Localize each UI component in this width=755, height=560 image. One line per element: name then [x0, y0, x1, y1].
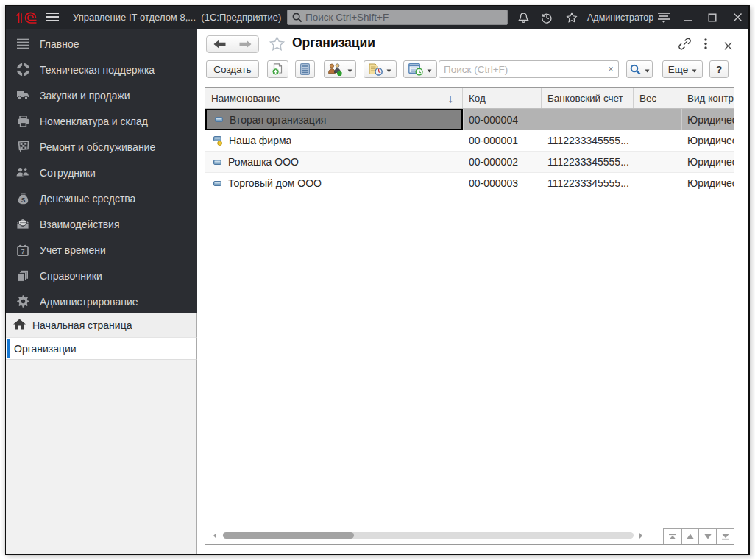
sidebar-item-label: Главное: [40, 38, 79, 50]
sidebar-item-uchet-vremeni[interactable]: 7 Учет времени: [6, 237, 197, 263]
sidebar-item-remont[interactable]: Ремонт и обслуживание: [6, 134, 197, 160]
maximize-button[interactable]: [706, 6, 718, 29]
account-cell: 1112233345555...: [542, 152, 634, 172]
sidebar-item-label: Взаимодействия: [40, 219, 120, 230]
forward-button[interactable]: [233, 36, 258, 52]
sidebar-tab-organizacii[interactable]: Организации: [6, 337, 197, 359]
column-header-code[interactable]: Код: [463, 88, 542, 108]
notifications-bell-icon[interactable]: [517, 6, 530, 29]
user-name[interactable]: Администратор: [587, 13, 653, 23]
list-search: ×: [439, 60, 619, 78]
kind-cell: Юридическое лицо: [681, 130, 734, 151]
history-nav-group: [206, 35, 259, 53]
column-header-account[interactable]: Банковский счет: [542, 88, 634, 108]
create-button[interactable]: Создать: [206, 60, 259, 78]
list-settings-button[interactable]: [403, 60, 437, 78]
scroll-right-arrow[interactable]: [639, 533, 642, 539]
table-row[interactable]: Торговый дом ООО 00-000003 1112233345555…: [205, 173, 734, 194]
more-button-label: Еще: [668, 64, 688, 75]
clear-search-button[interactable]: ×: [603, 60, 619, 78]
sidebar-item-sotrudniki[interactable]: Сотрудники: [6, 160, 197, 185]
help-button[interactable]: ?: [709, 60, 729, 78]
row-navigation-buttons: [663, 528, 734, 544]
document-history-button[interactable]: [364, 60, 397, 78]
hamburger-menu-icon[interactable]: [46, 13, 59, 22]
column-header-kind[interactable]: Вид контрагента: [681, 88, 734, 108]
scroll-left-arrow[interactable]: [213, 533, 216, 539]
list-view-button[interactable]: [295, 60, 315, 78]
printer-icon: [16, 115, 29, 128]
sidebar-item-glavnoe[interactable]: Главное: [6, 31, 197, 57]
get-link-icon[interactable]: [678, 38, 691, 53]
history-icon[interactable]: [540, 6, 553, 29]
sidebar-item-nomenklatura[interactable]: Номенклатура и склад: [6, 108, 197, 134]
app-title-suffix: (1С:Предприятие): [201, 12, 281, 23]
table-header-row: Наименование ↓ Код Банковский счет Вес В…: [205, 88, 734, 109]
more-button[interactable]: Еще: [662, 60, 703, 78]
sidebar-item-tehpodderzhka[interactable]: Техническая поддержка: [6, 57, 197, 82]
back-button[interactable]: [207, 36, 233, 52]
table-row-selected[interactable]: Вторая организация 00-000004 Юридическое…: [205, 109, 734, 130]
account-cell: [542, 109, 634, 130]
svg-text:7: 7: [21, 247, 25, 255]
add-favorite-star-icon[interactable]: [269, 35, 286, 55]
column-header-name[interactable]: Наименование ↓: [205, 88, 463, 108]
weight-cell: [634, 152, 681, 172]
scrollbar-track[interactable]: [223, 532, 634, 539]
active-tab-label: Организации: [14, 343, 77, 355]
weight-cell: [634, 109, 681, 130]
global-search-input[interactable]: [305, 12, 507, 23]
sidebar-item-spravochniki[interactable]: Справочники: [6, 263, 197, 288]
name-cell: Наша фирма: [205, 130, 463, 151]
calendar-icon: 7: [16, 244, 29, 257]
weight-cell: [634, 130, 681, 151]
checkered-flag-icon: [16, 141, 29, 154]
dropdown-caret-icon: [386, 64, 391, 75]
sidebar-item-label: Справочники: [40, 270, 102, 282]
main-menu-icon[interactable]: [656, 6, 671, 29]
sidebar-item-zakupki[interactable]: Закупки и продажи: [6, 82, 197, 108]
dropdown-caret-icon: [347, 64, 352, 75]
table-row[interactable]: Ромашка ООО 00-000002 1112233345555... Ю…: [205, 152, 734, 173]
go-previous-row-button[interactable]: [681, 529, 699, 544]
name-cell: Торговый дом ООО: [205, 173, 463, 194]
sidebar-sections: Главное Техническая поддержка: [6, 29, 197, 313]
organization-icon: [213, 181, 221, 186]
employees-icon: [16, 166, 29, 180]
table-row[interactable]: Наша фирма 00-000001 1112233345555... Юр…: [205, 130, 734, 152]
kebab-menu-icon[interactable]: [704, 38, 707, 52]
list-search-input[interactable]: [439, 60, 603, 78]
column-header-weight[interactable]: Вес: [634, 88, 681, 108]
sidebar-item-label: Номенклатура и склад: [40, 116, 148, 127]
go-last-row-button[interactable]: [716, 529, 734, 544]
gear-icon: [16, 295, 29, 308]
go-first-row-button[interactable]: [664, 529, 681, 544]
advanced-search-button[interactable]: [626, 60, 653, 78]
sidebar-home-page[interactable]: Начальная страница: [6, 313, 197, 337]
code-cell: 00-000004: [463, 109, 542, 130]
scrollbar-thumb[interactable]: [223, 532, 354, 539]
create-group-button[interactable]: [267, 60, 288, 78]
sidebar-item-vzaimodeystviya[interactable]: Взаимодействия: [6, 211, 197, 237]
dropdown-caret-icon: [692, 64, 697, 75]
main-organization-icon: [213, 136, 222, 146]
org-name: Вторая организация: [230, 114, 326, 126]
1c-logo: [15, 12, 38, 24]
sidebar-item-label: Администрирование: [40, 296, 138, 308]
sidebar-item-dengi[interactable]: S Денежные средства: [6, 185, 197, 211]
money-bag-icon: S: [16, 192, 29, 205]
global-search: [287, 10, 508, 25]
create-user-button[interactable]: [324, 60, 356, 78]
close-tab-icon[interactable]: [724, 40, 732, 53]
go-next-row-button[interactable]: [698, 529, 716, 544]
sort-descending-icon: ↓: [448, 92, 454, 104]
minimize-button[interactable]: [682, 6, 694, 29]
account-cell: 1112233345555...: [542, 130, 634, 151]
active-tab-accent: [7, 339, 10, 358]
sidebar-item-administrirovanie[interactable]: Администрирование: [6, 288, 197, 314]
code-cell: 00-000001: [463, 130, 542, 151]
close-window-button[interactable]: [731, 6, 743, 29]
sidebar-empty-area: [6, 359, 197, 554]
favorites-star-icon[interactable]: [565, 6, 578, 29]
search-icon: [292, 13, 302, 23]
